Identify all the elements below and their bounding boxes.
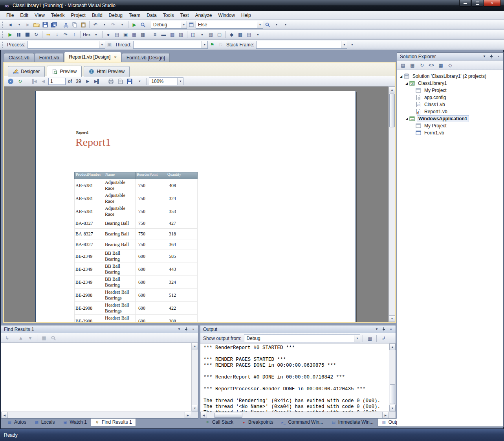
tab-watch1[interactable]: ▣Watch 1 [59, 419, 91, 426]
chevron-down-icon[interactable]: ▼ [341, 41, 347, 48]
parallel-stacks-button[interactable]: ▩ [236, 31, 245, 39]
clear-results-button[interactable]: ▦ [40, 334, 48, 342]
tab-locals[interactable]: ▩Locals [30, 419, 59, 426]
tree-solution[interactable]: ◢ Solution 'ClassLibrary1' (2 projects) [397, 73, 503, 80]
tree-report1-vb[interactable]: Report1.vb [397, 108, 503, 115]
modules-window-button[interactable]: ▥ [168, 31, 177, 39]
close-button[interactable]: × [484, 0, 501, 7]
export-menu-button[interactable]: ▼ [135, 77, 144, 85]
chevron-down-icon[interactable]: ▼ [181, 21, 187, 28]
scroll-up-button[interactable]: ▲ [192, 343, 198, 349]
tab-class1-vb[interactable]: Class1.vb [4, 53, 34, 62]
copy-button[interactable] [70, 21, 79, 29]
scroll-left-button[interactable]: ◀ [1, 412, 8, 418]
output-source-select[interactable]: Debug ▼ [244, 334, 360, 342]
pin-icon[interactable] [183, 326, 189, 332]
navigate-forward-button[interactable]: ► [24, 21, 32, 29]
disassembly-window-button[interactable]: ▧ [207, 31, 215, 39]
processes-window-button[interactable]: ▨ [177, 31, 185, 39]
stop-rendering-button[interactable]: × [6, 77, 15, 85]
threads-window-button[interactable]: ▬ [159, 31, 168, 39]
last-page-button[interactable]: ▶▌ [93, 77, 101, 85]
tree-my-project-1[interactable]: My Project [397, 87, 503, 94]
step-into-button[interactable]: ↓ [53, 31, 61, 39]
tree-form1-vb[interactable]: Form1.vb [397, 129, 503, 136]
registers-window-button[interactable]: ▢ [215, 31, 224, 39]
horizontal-scrollbar[interactable]: ◀ ▶ [1, 412, 191, 418]
maximize-button[interactable] [471, 0, 483, 7]
scroll-left-button[interactable]: ◀ [200, 412, 207, 418]
tab-designer[interactable]: Designer [8, 66, 45, 77]
breakpoints-window-button[interactable]: ● [104, 31, 113, 39]
solution-tree[interactable]: ◢ Solution 'ClassLibrary1' (2 projects) … [397, 70, 503, 426]
toolbar-grip[interactable] [2, 31, 4, 38]
toolbar-options-button[interactable]: ▼ [254, 31, 262, 39]
clear-all-output-button[interactable]: ▦ [365, 334, 374, 342]
toggle-word-wrap-button[interactable]: ↲ [379, 334, 388, 342]
horizontal-scrollbar[interactable]: ◀ ▶ [200, 412, 389, 418]
immediate-window-button[interactable]: ▤ [113, 31, 121, 39]
navigate-backward-button[interactable]: ◄ [6, 21, 15, 29]
find-options-menu-button[interactable]: ▼ [272, 21, 281, 29]
expand-collapse-icon[interactable]: ◢ [399, 75, 403, 78]
menu-telerik[interactable]: Telerik [48, 11, 68, 19]
scrollbar-thumb[interactable] [390, 384, 395, 404]
watch-window-button[interactable]: ▣ [121, 31, 130, 39]
menu-data[interactable]: Data [143, 11, 159, 19]
solution-platforms-button[interactable] [187, 21, 196, 29]
chevron-down-icon[interactable]: ▼ [202, 41, 207, 48]
continue-button[interactable]: ▶ [6, 31, 15, 39]
stack-frame-select[interactable]: ▼ [256, 41, 347, 49]
vertical-scrollbar[interactable]: ▲ ▼ [191, 343, 198, 412]
menu-team[interactable]: Team [126, 11, 143, 19]
find-results-content[interactable]: ▲ ▼ ◀ ▶ [1, 343, 198, 418]
locals-window-button[interactable]: ▩ [139, 31, 147, 39]
menu-edit[interactable]: Edit [17, 11, 31, 19]
chevron-down-icon[interactable]: ▼ [257, 21, 263, 28]
tree-class1-vb[interactable]: VB Class1.vb [397, 101, 503, 108]
tab-find-results1[interactable]: ⚲Find Results 1 [91, 419, 136, 426]
menu-file[interactable]: File [3, 11, 17, 19]
toolbar-grip[interactable] [2, 42, 4, 48]
window-position-button[interactable]: ▼ [374, 326, 380, 332]
step-out-button[interactable]: ↑ [70, 31, 79, 39]
menu-view[interactable]: View [31, 11, 48, 19]
tree-app-config[interactable]: app.config [397, 94, 503, 101]
previous-page-button[interactable]: ◀ [39, 77, 48, 85]
call-stack-window-button[interactable]: ≡ [151, 31, 159, 39]
save-button[interactable] [41, 21, 49, 29]
undo-menu-button[interactable]: ▼ [100, 21, 109, 29]
view-code-button[interactable]: <> [427, 61, 436, 69]
next-page-button[interactable]: ▶ [83, 77, 92, 85]
solution-configurations-select[interactable]: Debug ▼ [151, 21, 187, 29]
toolbar-options-button[interactable]: ▼ [348, 41, 356, 49]
output-content[interactable]: *** RenderReport #0 STARTED *** *** REND… [200, 344, 396, 418]
tab-breakpoints[interactable]: ●Breakpoints [237, 419, 277, 426]
pin-icon[interactable] [381, 326, 387, 332]
step-over-button[interactable]: ↷ [61, 31, 70, 39]
process-select[interactable]: ▼ [27, 41, 105, 49]
scroll-up-button[interactable]: ▲ [389, 86, 395, 93]
refresh-button[interactable]: ↻ [16, 77, 24, 85]
tab-html-preview[interactable]: Html Preview [84, 66, 130, 77]
window-position-button[interactable]: ▼ [176, 326, 182, 332]
navigate-backward-menu-button[interactable]: ▼ [15, 21, 24, 29]
show-all-files-button[interactable]: ▩ [408, 61, 417, 69]
close-panel-button[interactable]: × [495, 53, 502, 59]
tab-form1-vb[interactable]: Form1.vb [35, 53, 64, 62]
thread-select[interactable]: ▼ [133, 41, 208, 49]
autos-window-button[interactable]: ▦ [130, 31, 139, 39]
menu-project[interactable]: Project [68, 11, 89, 19]
show-flagged-threads-button[interactable]: ⚐ [216, 41, 225, 49]
preview-viewport[interactable]: Report1 Report1 ProductNumber Name Reord… [4, 86, 395, 322]
find-in-files-button[interactable] [139, 21, 147, 29]
menu-window[interactable]: Window [215, 11, 238, 19]
memory-window-menu-button[interactable]: ▼ [198, 31, 207, 39]
tree-project-classlibrary1[interactable]: ◢ VB ClassLibrary1 [397, 80, 503, 87]
vertical-scrollbar[interactable]: ▲ ▼ [389, 344, 396, 412]
goto-previous-match-button[interactable]: ▲ [16, 334, 25, 342]
menu-build[interactable]: Build [89, 11, 106, 19]
scroll-right-button[interactable]: ▶ [185, 412, 191, 418]
show-next-statement-button[interactable]: ⇒ [44, 31, 53, 39]
quick-find-button[interactable] [263, 21, 272, 29]
